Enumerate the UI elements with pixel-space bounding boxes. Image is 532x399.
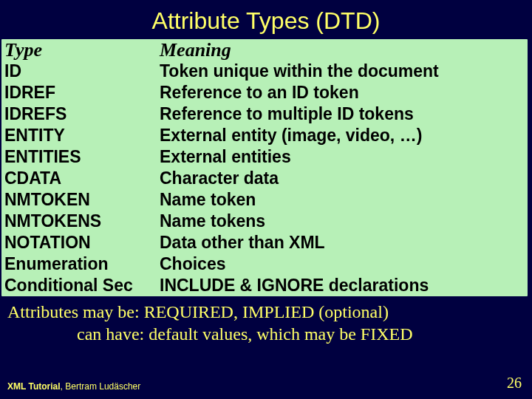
table-row: ENTITY External entity (image, video, …) <box>3 125 526 146</box>
cell-type: NMTOKEN <box>3 189 160 211</box>
cell-meaning: Data other than XML <box>160 232 526 253</box>
table-row: NMTOKENS Name tokens <box>3 211 526 232</box>
cell-meaning: Reference to an ID token <box>160 82 526 103</box>
table-row: IDREFS Reference to multiple ID tokens <box>3 103 526 125</box>
cell-type: NMTOKENS <box>3 211 160 232</box>
cell-meaning: INCLUDE & IGNORE declarations <box>160 275 526 296</box>
table-header-row: Type Meaning <box>3 39 526 61</box>
cell-meaning: Name token <box>160 189 526 211</box>
cell-type: CDATA <box>3 168 160 189</box>
table-row: Conditional Sec INCLUDE & IGNORE declara… <box>3 275 526 296</box>
notes: Attributes may be: REQUIRED, IMPLIED (op… <box>3 301 532 345</box>
table-row: IDREF Reference to an ID token <box>3 82 526 103</box>
cell-type: ENTITIES <box>3 146 160 168</box>
slide: Attribute Types (DTD) Type Meaning ID To… <box>0 0 532 399</box>
cell-meaning: Token unique within the document <box>160 61 526 82</box>
cell-type: Conditional Sec <box>3 275 160 296</box>
table-row: ID Token unique within the document <box>3 61 526 82</box>
notes-line-1: Attributes may be: REQUIRED, IMPLIED (op… <box>3 301 532 323</box>
cell-type: ENTITY <box>3 125 160 146</box>
page-number: 26 <box>507 375 522 392</box>
footer-title: XML Tutorial <box>7 381 61 392</box>
cell-meaning: Name tokens <box>160 211 526 232</box>
table-row: NOTATION Data other than XML <box>3 232 526 253</box>
cell-type: IDREF <box>3 82 160 103</box>
footer-author: , Bertram Ludäscher <box>61 381 141 392</box>
cell-type: ID <box>3 61 160 82</box>
cell-meaning: External entity (image, video, …) <box>160 125 526 146</box>
notes-line-2: can have: default values, which may be F… <box>3 323 532 345</box>
footer-left: XML Tutorial, Bertram Ludäscher <box>7 381 140 392</box>
table-row: Enumeration Choices <box>3 253 526 275</box>
table-row: NMTOKEN Name token <box>3 189 526 211</box>
slide-title: Attribute Types (DTD) <box>0 0 532 39</box>
cell-meaning: Reference to multiple ID tokens <box>160 103 526 125</box>
attribute-types-table: Type Meaning ID Token unique within the … <box>1 39 528 296</box>
cell-meaning: Choices <box>160 253 526 275</box>
header-type: Type <box>3 39 160 61</box>
table-row: ENTITIES External entities <box>3 146 526 168</box>
header-meaning: Meaning <box>160 39 526 61</box>
table-row: CDATA Character data <box>3 168 526 189</box>
cell-type: NOTATION <box>3 232 160 253</box>
cell-meaning: External entities <box>160 146 526 168</box>
cell-type: Enumeration <box>3 253 160 275</box>
cell-type: IDREFS <box>3 103 160 125</box>
cell-meaning: Character data <box>160 168 526 189</box>
